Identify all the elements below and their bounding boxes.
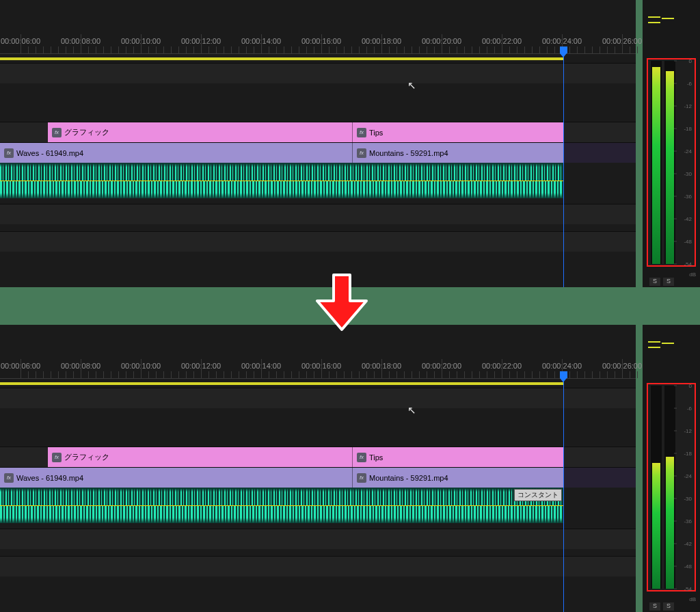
meter-box: 0-6-12-18-24-30-36-42-48-54 (647, 383, 696, 591)
empty-track[interactable] (0, 529, 636, 549)
gain-line[interactable] (0, 505, 563, 506)
solo-button-l[interactable]: S (649, 278, 660, 286)
meter-channel-r (664, 386, 675, 589)
clip-graphics-1[interactable]: fx グラフィック (48, 447, 352, 467)
down-arrow-icon (314, 274, 369, 332)
solo-button-l[interactable]: S (649, 602, 660, 611)
clip-video-2[interactable]: fx Mountains - 59291.mp4 (352, 143, 563, 163)
db-unit-label: dB (689, 596, 696, 602)
clip-video-1[interactable]: fx Waves - 61949.mp4 (0, 468, 352, 488)
time-ruler[interactable]: 00:00:06:0000:00:08:0000:00:10:0000:00:1… (0, 34, 636, 53)
video-track[interactable]: fx Waves - 61949.mp4 fx Mountains - 5929… (0, 142, 636, 163)
meter-channel-r (664, 61, 675, 264)
timeline-after[interactable]: 00:00:06:0000:00:08:0000:00:10:0000:00:1… (0, 325, 636, 612)
fx-icon: fx (52, 453, 62, 462)
gain-line[interactable] (0, 181, 563, 181)
db-unit-label: dB (689, 271, 696, 278)
fx-icon: fx (4, 148, 14, 158)
cursor-icon: ↖ (407, 404, 416, 416)
playhead[interactable] (563, 53, 564, 287)
time-ruler[interactable]: 00:00:06:0000:00:08:0000:00:10:0000:00:1… (0, 359, 636, 378)
clip-label: グラフィック (64, 127, 109, 137)
waveform (0, 163, 563, 198)
fx-icon: fx (4, 473, 14, 483)
work-area-bar[interactable] (0, 57, 563, 60)
empty-track[interactable] (0, 231, 636, 252)
work-area-bar[interactable] (0, 382, 563, 385)
clip-graphics-2[interactable]: fx Tips (352, 447, 563, 467)
timeline-before[interactable]: 00:00:06:0000:00:08:0000:00:10:0000:00:1… (0, 0, 636, 287)
audio-meter-before: 0-6-12-18-24-30-36-42-48-54 dB S S (643, 0, 700, 287)
audio-meter-after: 0-6-12-18-24-30-36-42-48-54 dB S S (643, 325, 700, 612)
video-track-empty[interactable] (0, 63, 636, 83)
empty-track[interactable] (0, 204, 636, 224)
clip-label: Mountains - 59291.mp4 (369, 149, 448, 157)
solo-button-r[interactable]: S (663, 602, 674, 611)
meter-scale: 0-6-12-18-24-30-36-42-48-54 (678, 386, 692, 589)
clip-graphics-2[interactable]: fx Tips (352, 122, 563, 142)
solo-button-r[interactable]: S (663, 278, 674, 286)
playhead[interactable] (563, 378, 564, 612)
clip-video-2[interactable]: fx Mountains - 59291.mp4 (352, 468, 563, 488)
meter-channel-l (651, 386, 662, 589)
meter-box: 0-6-12-18-24-30-36-42-48-54 (647, 58, 696, 267)
audio-transition[interactable]: コンスタント (514, 489, 562, 501)
clip-graphics-1[interactable]: fx グラフィック (48, 122, 352, 142)
video-track[interactable]: fx Waves - 61949.mp4 fx Mountains - 5929… (0, 467, 636, 488)
graphics-track[interactable]: fx グラフィック fx Tips (0, 122, 636, 142)
clip-video-1[interactable]: fx Waves - 61949.mp4 (0, 143, 352, 163)
video-track-empty[interactable] (0, 388, 636, 408)
clip-label: Mountains - 59291.mp4 (369, 474, 448, 482)
fx-icon: fx (357, 128, 366, 137)
fx-icon: fx (52, 128, 62, 137)
fx-icon: fx (357, 473, 366, 483)
meter-scale: 0-6-12-18-24-30-36-42-48-54 (678, 61, 692, 264)
graphics-track[interactable]: fx グラフィック fx Tips (0, 447, 636, 467)
fx-icon: fx (357, 148, 366, 158)
fx-icon: fx (357, 453, 366, 462)
clip-label: グラフィック (64, 452, 109, 462)
clip-label: Tips (369, 453, 383, 462)
meter-channel-l (651, 61, 662, 264)
clip-label: Waves - 61949.mp4 (16, 474, 83, 482)
playhead-handle[interactable] (560, 371, 567, 378)
empty-track[interactable] (0, 556, 636, 576)
clip-label: Waves - 61949.mp4 (16, 149, 83, 157)
waveform (0, 488, 563, 523)
audio-track[interactable]: コンスタント (0, 488, 563, 523)
playhead-handle[interactable] (560, 46, 567, 53)
clip-label: Tips (369, 129, 383, 137)
cursor-icon: ↖ (407, 79, 416, 92)
audio-track[interactable] (0, 163, 563, 198)
